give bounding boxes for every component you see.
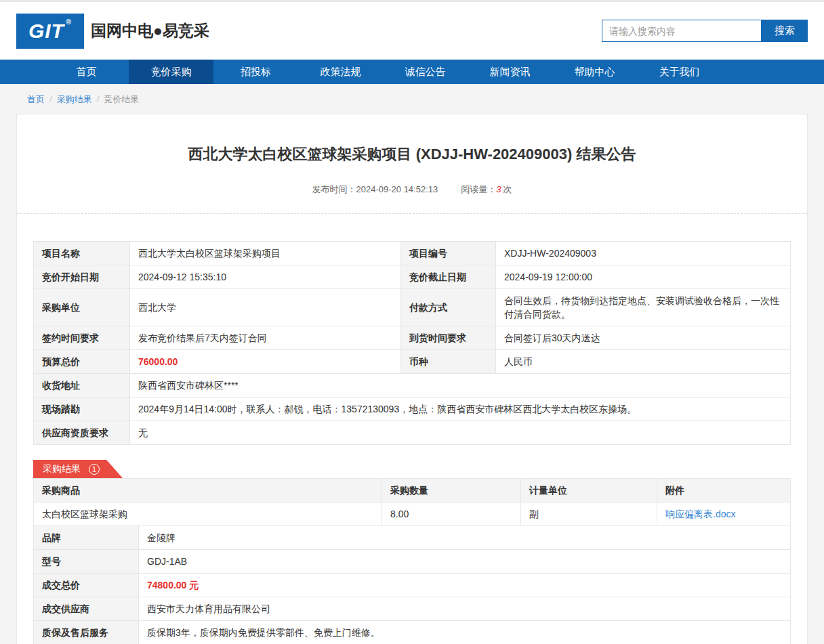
- table-row: 成交供应商 西安市天力体育用品有限公司: [34, 597, 791, 621]
- project-info-table: 项目名称 西北大学太白校区篮球架采购项目 项目编号 XDJJ-HW-202409…: [33, 241, 791, 445]
- search-input[interactable]: [602, 20, 762, 42]
- currency-label: 币种: [401, 350, 496, 374]
- breadcrumb-separator: /: [49, 94, 52, 104]
- project-number-value: XDJJ-HW-202409003: [496, 242, 791, 265]
- nav-item-integrity-notices[interactable]: 诚信公告: [383, 60, 468, 84]
- table-row: 项目名称 西北大学太白校区篮球架采购项目 项目编号 XDJJ-HW-202409…: [34, 242, 791, 265]
- delivery-address-label: 收货地址: [34, 374, 130, 398]
- nav-item-about-us[interactable]: 关于我们: [637, 60, 722, 84]
- publish-time-value: 2024-09-20 14:52:13: [356, 184, 438, 194]
- search-button[interactable]: 搜索: [762, 20, 808, 42]
- model-value: GDJ-1AB: [139, 550, 791, 574]
- bid-start-value: 2024-09-12 15:35:10: [130, 265, 401, 289]
- delivery-time-label: 到货时间要求: [401, 326, 496, 350]
- model-label: 型号: [34, 550, 139, 574]
- table-row: 采购单位 西北大学 付款方式 合同生效后，待货物到达指定地点、安装调试验收合格后…: [34, 289, 791, 326]
- quantity-header: 采购数量: [382, 479, 521, 502]
- table-row: 竞价开始日期 2024-09-12 15:35:10 竞价截止日期 2024-0…: [34, 265, 791, 289]
- result-table: 采购商品 采购数量 计量单位 附件 太白校区篮球架采购 8.00 副 响应偏离表…: [33, 478, 791, 526]
- article-meta: 发布时间：2024-09-20 14:52:13阅读量：3次: [33, 184, 791, 196]
- budget-total-label: 预算总价: [34, 350, 130, 374]
- result-details-table: 品牌 金陵牌 型号 GDJ-1AB 成交总价 74800.00 元 成交供应商 …: [33, 525, 791, 644]
- nav-item-policies[interactable]: 政策法规: [298, 60, 383, 84]
- attachment-link[interactable]: 响应偏离表.docx: [665, 509, 735, 519]
- table-row: 成交总价 74800.00 元: [34, 574, 791, 597]
- title-section: 西北大学太白校区篮球架采购项目 (XDJJ-HW-202409003) 结果公告…: [17, 114, 807, 214]
- site-header: GIT® 国网中电●易竞采 搜索: [0, 2, 824, 60]
- payment-method-label: 付款方式: [401, 289, 496, 326]
- registered-mark-icon: ®: [66, 18, 72, 26]
- announcement-card: 西北大学太白校区篮球架采购项目 (XDJJ-HW-202409003) 结果公告…: [16, 114, 808, 644]
- nav-item-help-center[interactable]: 帮助中心: [552, 60, 637, 84]
- table-row: 品牌 金陵牌: [34, 526, 791, 550]
- warranty-label: 质保及售后服务: [34, 621, 139, 644]
- bid-deadline-label: 竞价截止日期: [401, 265, 496, 289]
- product-header: 采购商品: [34, 479, 382, 502]
- table-row: 签约时间要求 发布竞价结果后7天内签订合同 到货时间要求 合同签订后30天内送达: [34, 326, 791, 350]
- quantity-value: 8.00: [382, 502, 521, 526]
- nav-item-bidding-procurement[interactable]: 竞价采购: [129, 60, 213, 84]
- supplier-qualification-value: 无: [130, 421, 791, 445]
- badge-number-icon: 1: [89, 464, 100, 475]
- final-price-value: 74800.00 元: [139, 574, 791, 597]
- signing-time-label: 签约时间要求: [34, 326, 130, 350]
- table-header-row: 采购商品 采购数量 计量单位 附件: [34, 479, 791, 502]
- views-label: 阅读量：: [461, 184, 496, 194]
- breadcrumb-separator: /: [97, 94, 100, 104]
- delivery-time-value: 合同签订后30天内送达: [496, 326, 791, 350]
- bid-start-label: 竞价开始日期: [34, 265, 130, 289]
- supplier-qualification-label: 供应商资质要求: [34, 421, 130, 445]
- nav-item-tenders[interactable]: 招投标: [213, 60, 298, 84]
- site-logo[interactable]: GIT®: [16, 14, 84, 49]
- nav-item-news[interactable]: 新闻资讯: [468, 60, 552, 84]
- views-count: 3: [496, 184, 501, 194]
- table-row: 质保及售后服务 质保期3年，质保期内免费提供零部件、免费上门维修。: [34, 621, 791, 644]
- project-name-label: 项目名称: [34, 242, 130, 265]
- table-row: 预算总价 76000.00 币种 人民币: [34, 350, 791, 374]
- breadcrumb: 首页/采购结果/竞价结果: [0, 84, 824, 114]
- brand-label: 品牌: [34, 526, 139, 550]
- breadcrumb-current: 竞价结果: [104, 94, 139, 104]
- currency-value: 人民币: [496, 350, 791, 374]
- nav-item-home[interactable]: 首页: [44, 60, 129, 84]
- attachment-header: 附件: [657, 479, 791, 502]
- winning-supplier-label: 成交供应商: [34, 597, 139, 621]
- breadcrumb-home[interactable]: 首页: [27, 94, 45, 104]
- signing-time-value: 发布竞价结果后7天内签订合同: [130, 326, 401, 350]
- project-name-value: 西北大学太白校区篮球架采购项目: [130, 242, 401, 265]
- purchaser-value: 西北大学: [130, 289, 401, 326]
- search-area: 搜索: [602, 20, 808, 42]
- final-price-label: 成交总价: [34, 574, 139, 597]
- table-row: 现场踏勘 2024年9月14日14:00时，联系人：郝锐，电话：13572130…: [34, 398, 791, 421]
- table-row: 收货地址 陕西省西安市碑林区****: [34, 374, 791, 398]
- table-row: 供应商资质要求 无: [34, 421, 791, 445]
- page-title: 西北大学太白校区篮球架采购项目 (XDJJ-HW-202409003) 结果公告: [33, 144, 791, 165]
- project-number-label: 项目编号: [401, 242, 496, 265]
- procurement-result-badge: 采购结果 1: [33, 460, 123, 478]
- logo-text: GIT: [28, 20, 64, 43]
- product-value: 太白校区篮球架采购: [34, 502, 382, 526]
- winning-supplier-value: 西安市天力体育用品有限公司: [139, 597, 791, 621]
- table-row: 型号 GDJ-1AB: [34, 550, 791, 574]
- table-row: 太白校区篮球架采购 8.00 副 响应偏离表.docx: [34, 502, 791, 526]
- warranty-value: 质保期3年，质保期内免费提供零部件、免费上门维修。: [139, 621, 791, 644]
- budget-total-value: 76000.00: [130, 350, 401, 374]
- unit-value: 副: [521, 502, 657, 526]
- payment-method-value: 合同生效后，待货物到达指定地点、安装调试验收合格后，一次性付清合同货款。: [496, 289, 791, 326]
- announcement-content: 项目名称 西北大学太白校区篮球架采购项目 项目编号 XDJJ-HW-202409…: [17, 214, 807, 644]
- purchaser-label: 采购单位: [34, 289, 130, 326]
- site-visit-value: 2024年9月14日14:00时，联系人：郝锐，电话：13572130093，地…: [130, 398, 791, 421]
- breadcrumb-procurement-results[interactable]: 采购结果: [57, 94, 92, 104]
- site-visit-label: 现场踏勘: [34, 398, 130, 421]
- unit-header: 计量单位: [521, 479, 657, 502]
- bid-deadline-value: 2024-09-19 12:00:00: [496, 265, 791, 289]
- main-nav: 首页 竞价采购 招投标 政策法规 诚信公告 新闻资讯 帮助中心 关于我们: [0, 60, 824, 84]
- publish-time-label: 发布时间：: [312, 184, 356, 194]
- badge-label: 采购结果: [43, 463, 81, 475]
- site-name: 国网中电●易竞采: [91, 20, 209, 41]
- brand-value: 金陵牌: [139, 526, 791, 550]
- views-unit: 次: [503, 184, 512, 194]
- delivery-address-value: 陕西省西安市碑林区****: [130, 374, 791, 398]
